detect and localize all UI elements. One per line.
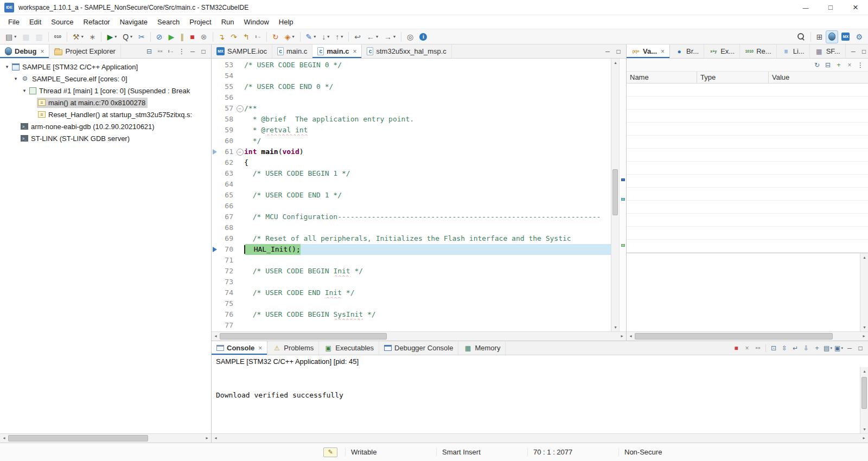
open-console-icon[interactable]: ▣▾ xyxy=(834,343,844,353)
code-text[interactable] xyxy=(244,222,611,233)
previous-annotation-button[interactable]: ↑▾ xyxy=(333,30,346,43)
annotation-mark[interactable] xyxy=(621,244,625,247)
maximize-icon[interactable]: □ xyxy=(859,47,868,56)
debug-panel-hscrollbar[interactable] xyxy=(0,433,211,443)
swv-highlight-button[interactable]: ✎▾ xyxy=(303,30,319,43)
save-all-button[interactable]: ▥ xyxy=(33,30,45,43)
variables-tab-va[interactable]: (x)=Va...× xyxy=(627,44,670,58)
add-global-variables-icon[interactable]: + xyxy=(834,60,844,70)
minimize-icon[interactable]: — xyxy=(603,47,612,56)
minimize-icon[interactable]: — xyxy=(848,47,858,56)
close-window-button[interactable] xyxy=(843,0,868,15)
console-tab-executables[interactable]: ▣Executables xyxy=(319,341,379,355)
code-line[interactable]: 75 xyxy=(212,298,611,309)
code-line[interactable]: 57/** xyxy=(212,103,611,114)
line-number[interactable]: 54 xyxy=(218,71,235,81)
menu-file[interactable]: File xyxy=(3,16,24,28)
code-line[interactable]: 55/* USER CODE END 0 */ xyxy=(212,81,611,92)
scroll-up-icon[interactable] xyxy=(611,59,620,67)
line-number[interactable]: 66 xyxy=(218,201,235,212)
column-header-type[interactable]: Type xyxy=(697,72,769,83)
detail-vscrollbar[interactable] xyxy=(860,253,868,331)
line-number[interactable]: 73 xyxy=(218,277,235,287)
line-number[interactable]: 53 xyxy=(218,60,235,71)
overview-ruler[interactable] xyxy=(619,59,626,331)
trace-button[interactable]: ◈▾ xyxy=(282,30,297,43)
variables-tab-sf[interactable]: ▦SF... xyxy=(810,44,846,58)
instruction-stepping-button[interactable]: i→ xyxy=(253,30,264,43)
minimize-icon[interactable]: — xyxy=(188,47,197,56)
close-tab-icon[interactable]: × xyxy=(258,344,262,352)
code-text[interactable]: /* USER CODE BEGIN 0 */ xyxy=(244,60,611,71)
variables-tab-ex[interactable]: x+yEx... xyxy=(704,44,740,58)
app-icon[interactable]: IDE xyxy=(4,3,14,12)
suspend-button[interactable]: ∥ xyxy=(177,30,187,43)
step-return-button[interactable]: ↰ xyxy=(240,30,252,43)
remove-all-launches-icon[interactable]: ×× xyxy=(753,343,763,353)
fold-marker-icon[interactable] xyxy=(235,103,244,114)
variables-tab-li[interactable]: ≡Li... xyxy=(777,44,810,58)
column-header-name[interactable]: Name xyxy=(627,72,697,83)
build-binary-button[interactable]: 010 xyxy=(52,30,64,43)
expander-icon[interactable] xyxy=(12,76,20,81)
search-button[interactable] xyxy=(794,30,808,43)
scroll-up-icon[interactable] xyxy=(860,253,868,261)
code-text[interactable] xyxy=(244,320,611,331)
code-line[interactable]: 58 * @brief The application entry point. xyxy=(212,114,611,125)
code-line[interactable]: 69 /* Reset of all peripherals, Initiali… xyxy=(212,233,611,244)
scroll-up-icon[interactable] xyxy=(860,367,868,375)
line-number[interactable]: 69 xyxy=(218,233,235,244)
scroll-left-icon[interactable] xyxy=(212,332,220,340)
next-annotation-button[interactable]: ↓▾ xyxy=(319,30,332,43)
scroll-left-icon[interactable] xyxy=(627,332,635,340)
scrollbar-thumb[interactable] xyxy=(8,435,148,441)
line-number[interactable]: 57 xyxy=(218,103,235,114)
last-edit-location-button[interactable]: ↩ xyxy=(352,30,363,43)
scrollbar-thumb[interactable] xyxy=(220,333,387,340)
scrollbar-thumb[interactable] xyxy=(612,169,618,215)
console-tab-memory[interactable]: ▦Memory xyxy=(458,341,506,355)
scroll-lock-icon[interactable]: ⇳ xyxy=(780,343,789,353)
device-configuration-button[interactable]: ⚙ xyxy=(853,30,865,43)
code-line[interactable]: 65 /* USER CODE END 1 */ xyxy=(212,190,611,201)
console-hscrollbar[interactable] xyxy=(212,433,868,443)
line-number[interactable]: 58 xyxy=(218,114,235,125)
code-line[interactable]: 67 /* MCU Configuration-----------------… xyxy=(212,212,611,222)
editor-hscrollbar[interactable] xyxy=(212,331,626,341)
line-number[interactable]: 74 xyxy=(218,287,235,298)
console-vscrollbar[interactable] xyxy=(860,367,868,433)
code-text[interactable]: { xyxy=(244,157,611,168)
annotation-mark[interactable] xyxy=(621,178,625,181)
editor-vscrollbar[interactable] xyxy=(611,59,619,331)
line-number[interactable]: 55 xyxy=(218,81,235,92)
code-text[interactable]: /* USER CODE BEGIN SysInit */ xyxy=(244,309,611,320)
maximize-icon[interactable]: □ xyxy=(614,47,623,56)
menu-project[interactable]: Project xyxy=(184,16,216,28)
editor-tab-main-c[interactable]: cmain.c× xyxy=(312,44,362,58)
code-line[interactable]: 62{ xyxy=(212,157,611,168)
variables-tab-br[interactable]: ●Br... xyxy=(670,44,704,58)
restart-button[interactable]: ↻ xyxy=(270,30,282,43)
variables-tab-re[interactable]: 1010Re... xyxy=(740,44,776,58)
line-number[interactable]: 77 xyxy=(218,320,235,331)
code-line[interactable]: 63 /* USER CODE BEGIN 1 */ xyxy=(212,168,611,179)
code-text[interactable]: HAL_Init(); xyxy=(244,244,611,255)
code-line[interactable]: 70 HAL_Init(); xyxy=(212,244,611,255)
scrollbar-thumb[interactable] xyxy=(861,377,867,409)
menu-edit[interactable]: Edit xyxy=(24,16,46,28)
tree-item[interactable]: ≡Reset_Handler() at startup_stm32u575zit… xyxy=(0,108,211,120)
code-line[interactable]: 61int main(void) xyxy=(212,146,611,157)
code-line[interactable]: 56 xyxy=(212,92,611,103)
code-line[interactable]: 54 xyxy=(212,71,611,81)
code-text[interactable]: /* USER CODE END Init */ xyxy=(244,287,611,298)
terminate-icon[interactable]: ■ xyxy=(731,343,741,353)
editor-tab-stm32u5xx-hal-msp-c[interactable]: cstm32u5xx_hal_msp.c xyxy=(362,44,451,58)
debug-panel-tab-debug[interactable]: Debug× xyxy=(0,44,49,58)
tree-item[interactable]: >_arm-none-eabi-gdb (10.2.90.20210621) xyxy=(0,120,211,132)
code-text[interactable]: /** xyxy=(244,103,611,114)
show-stdout-icon[interactable]: ⇩ xyxy=(801,343,811,353)
line-number[interactable]: 71 xyxy=(218,255,235,266)
remove-global-variables-icon[interactable]: × xyxy=(845,60,854,70)
close-tab-icon[interactable]: × xyxy=(661,48,665,55)
tree-item[interactable]: Thread #1 [main] 1 [core: 0] (Suspended … xyxy=(0,85,211,97)
